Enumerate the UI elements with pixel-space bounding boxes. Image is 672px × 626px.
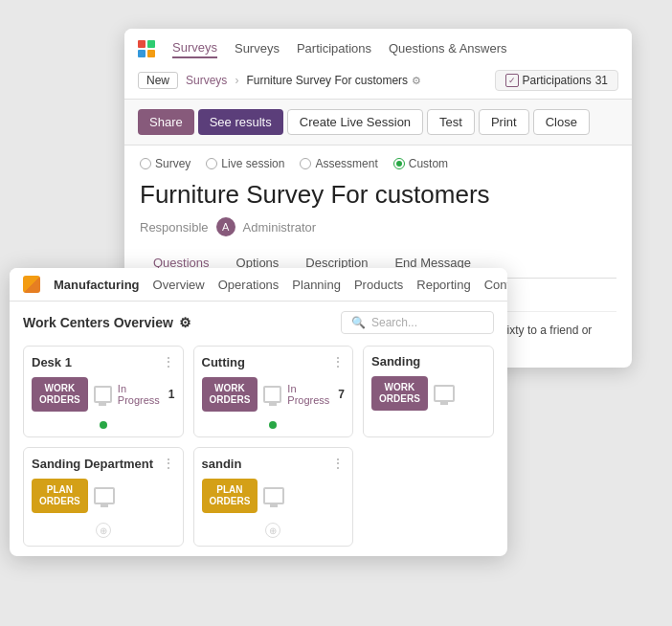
radio-survey[interactable]: Survey xyxy=(140,157,190,170)
mfg-nav-reporting[interactable]: Reporting xyxy=(416,278,470,292)
settings-dot-icon: ⊕ xyxy=(96,523,111,538)
status-badge: In Progress xyxy=(118,383,163,406)
count-badge: 7 xyxy=(338,388,345,401)
breadcrumb-surveys-link[interactable]: Surveys xyxy=(186,74,227,87)
kanban-card-sandin: sandin ⋮ PLAN ORDERS ⊕ xyxy=(193,447,354,547)
nav-qa[interactable]: Questions & Answers xyxy=(389,39,507,57)
survey-title: Furniture Survey For customers xyxy=(140,180,616,210)
nav-surveys-main[interactable]: Surveys xyxy=(172,38,217,58)
kanban-card-sanding-dept: Sanding Department ⋮ PLAN ORDERS ⊕ xyxy=(23,447,184,547)
mfg-nav-operations[interactable]: Operations xyxy=(218,278,280,292)
count-badge: 1 xyxy=(168,388,175,401)
breadcrumb-current: Furniture Survey For customers ⚙ xyxy=(246,74,421,87)
see-results-button[interactable]: See results xyxy=(198,109,283,135)
print-button[interactable]: Print xyxy=(479,109,529,135)
survey-type-radio: Survey Live session Assessment Custom xyxy=(140,157,616,170)
card-actions: WORK ORDERS xyxy=(371,376,485,411)
mfg-nav-products[interactable]: Products xyxy=(354,278,403,292)
mfg-nav-overview[interactable]: Overview xyxy=(153,278,205,292)
administrator-name: Administrator xyxy=(243,220,317,235)
card-title: Sanding xyxy=(371,354,420,369)
plan-orders-button[interactable]: PLAN ORDERS xyxy=(202,479,258,513)
card-header: Sanding xyxy=(371,354,485,369)
page-title-gear-icon[interactable]: ⚙ xyxy=(179,315,191,330)
test-button[interactable]: Test xyxy=(427,109,475,135)
card-title: Sanding Department xyxy=(32,457,153,471)
card-menu-icon[interactable]: ⋮ xyxy=(162,354,175,369)
card-actions: WORK ORDERS In Progress 1 xyxy=(32,377,175,412)
nav-surveys[interactable]: Surveys xyxy=(235,39,280,57)
radio-circle-assessment xyxy=(300,158,311,169)
page-title: Work Centers Overview ⚙ xyxy=(23,315,191,330)
monitor-icon[interactable] xyxy=(263,487,284,504)
participations-badge: ✓ Participations 31 xyxy=(495,70,618,91)
responsible-label: Responsible xyxy=(140,220,209,235)
card-menu-icon[interactable]: ⋮ xyxy=(331,456,345,471)
avatar: A xyxy=(216,217,235,236)
kanban-card-sanding: Sanding WORK ORDERS xyxy=(363,346,494,437)
monitor-icon[interactable] xyxy=(434,385,455,402)
card-header: Sanding Department ⋮ xyxy=(32,456,175,471)
mfg-topbar: Manufacturing Overview Operations Planni… xyxy=(10,268,507,302)
manufacturing-window: Manufacturing Overview Operations Planni… xyxy=(10,268,507,556)
card-header: Cutting ⋮ xyxy=(202,354,346,369)
survey-nav: Surveys Surveys Participations Questions… xyxy=(138,38,618,58)
share-button[interactable]: Share xyxy=(138,109,194,135)
breadcrumb: New Surveys › Furniture Survey For custo… xyxy=(138,66,618,99)
monitor-icon[interactable] xyxy=(94,386,112,403)
settings-dot-icon: ⊕ xyxy=(265,523,280,538)
monitor-icon[interactable] xyxy=(94,487,115,504)
radio-live[interactable]: Live session xyxy=(206,157,284,170)
kanban-grid: Desk 1 ⋮ WORK ORDERS In Progress 1 Cutti… xyxy=(23,346,494,547)
search-placeholder: Search... xyxy=(371,316,417,329)
card-header: Desk 1 ⋮ xyxy=(32,354,175,369)
participations-label: Participations xyxy=(523,74,592,87)
radio-circle-survey xyxy=(140,158,151,169)
participations-count: 31 xyxy=(595,74,608,87)
nav-participations[interactable]: Participations xyxy=(297,39,371,57)
kanban-card-cutting: Cutting ⋮ WORK ORDERS In Progress 7 xyxy=(193,346,354,437)
create-live-session-button[interactable]: Create Live Session xyxy=(287,109,423,135)
check-icon: ✓ xyxy=(505,74,519,87)
work-orders-button[interactable]: WORK ORDERS xyxy=(202,377,258,412)
radio-custom[interactable]: Custom xyxy=(393,157,448,170)
radio-dot-custom xyxy=(396,161,402,167)
plan-orders-button[interactable]: PLAN ORDERS xyxy=(32,479,88,513)
card-menu-icon[interactable]: ⋮ xyxy=(162,456,175,471)
radio-assessment[interactable]: Assessment xyxy=(300,157,377,170)
card-bottom: ⊕ xyxy=(202,519,346,538)
monitor-icon[interactable] xyxy=(263,386,281,403)
card-menu-icon[interactable]: ⋮ xyxy=(331,354,345,369)
radio-circle-live xyxy=(206,158,217,169)
settings-gear-icon[interactable]: ⚙ xyxy=(412,75,421,87)
mfg-logo-icon xyxy=(23,276,40,293)
app-logo xyxy=(138,40,155,57)
kanban-card-desk1: Desk 1 ⋮ WORK ORDERS In Progress 1 xyxy=(23,346,184,437)
new-button[interactable]: New xyxy=(138,72,178,89)
green-dot-icon xyxy=(269,421,277,429)
card-title: Cutting xyxy=(202,355,245,369)
close-button[interactable]: Close xyxy=(533,109,590,135)
responsible-row: Responsible A Administrator xyxy=(140,217,616,236)
work-orders-button[interactable]: WORK ORDERS xyxy=(371,376,428,411)
mfg-brand: Manufacturing xyxy=(54,278,140,292)
card-actions: WORK ORDERS In Progress 7 xyxy=(202,377,346,412)
card-actions: PLAN ORDERS xyxy=(202,479,346,513)
card-bottom: ⊕ xyxy=(32,519,175,538)
card-header: sandin ⋮ xyxy=(202,456,346,471)
card-title: Desk 1 xyxy=(32,355,72,369)
card-actions: PLAN ORDERS xyxy=(32,479,175,513)
search-icon: 🔍 xyxy=(351,316,366,329)
search-input[interactable]: 🔍 Search... xyxy=(341,311,494,334)
green-dot-icon xyxy=(100,421,107,429)
card-title: sandin xyxy=(202,457,242,471)
work-orders-button[interactable]: WORK ORDERS xyxy=(32,377,88,412)
radio-circle-custom xyxy=(393,158,405,169)
mfg-content: Work Centers Overview ⚙ 🔍 Search... Desk… xyxy=(10,302,507,556)
status-badge: In Progress xyxy=(287,383,332,406)
card-bottom xyxy=(202,417,346,429)
survey-toolbar: Share See results Create Live Session Te… xyxy=(124,100,632,145)
mfg-nav-configuration[interactable]: Configuration xyxy=(484,278,507,292)
survey-topbar: Surveys Surveys Participations Questions… xyxy=(124,29,632,100)
mfg-nav-planning[interactable]: Planning xyxy=(292,278,341,292)
